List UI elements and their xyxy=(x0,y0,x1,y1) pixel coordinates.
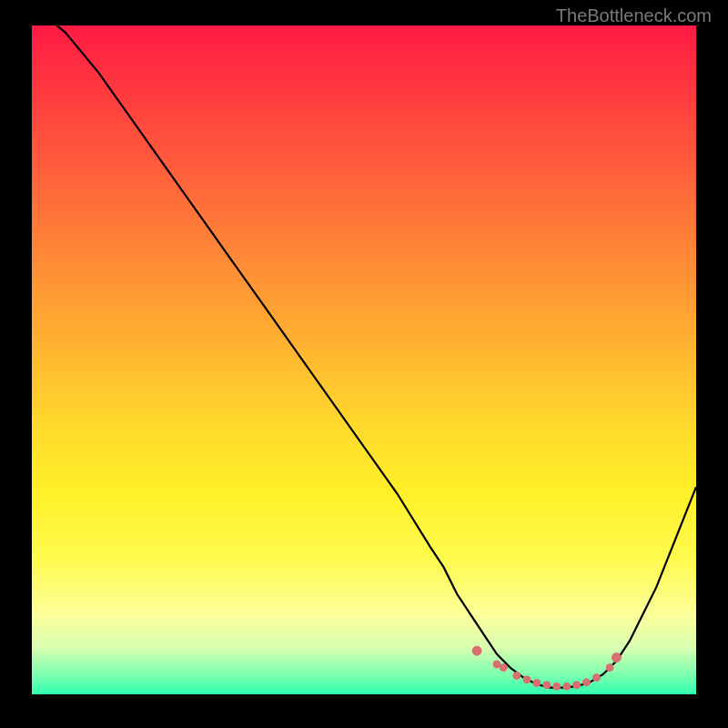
chart-plot-area xyxy=(32,25,696,694)
highlight-dot xyxy=(523,676,531,683)
highlight-dot xyxy=(563,682,571,690)
highlight-dot xyxy=(606,664,613,672)
optimal-range-dots xyxy=(472,646,621,690)
highlight-dot xyxy=(573,682,581,689)
highlight-dot xyxy=(513,672,521,679)
highlight-dot xyxy=(500,664,507,672)
highlight-dot xyxy=(533,680,541,687)
watermark-text: TheBottleneck.com xyxy=(556,5,712,26)
highlight-dot xyxy=(543,682,551,689)
chart-svg xyxy=(32,25,696,694)
highlight-dot xyxy=(493,661,500,668)
highlight-dot xyxy=(583,679,591,686)
bottleneck-curve xyxy=(32,5,696,688)
highlight-dot xyxy=(612,653,621,662)
highlight-dot xyxy=(553,682,561,690)
highlight-dot xyxy=(593,674,601,682)
highlight-dot xyxy=(472,646,481,655)
